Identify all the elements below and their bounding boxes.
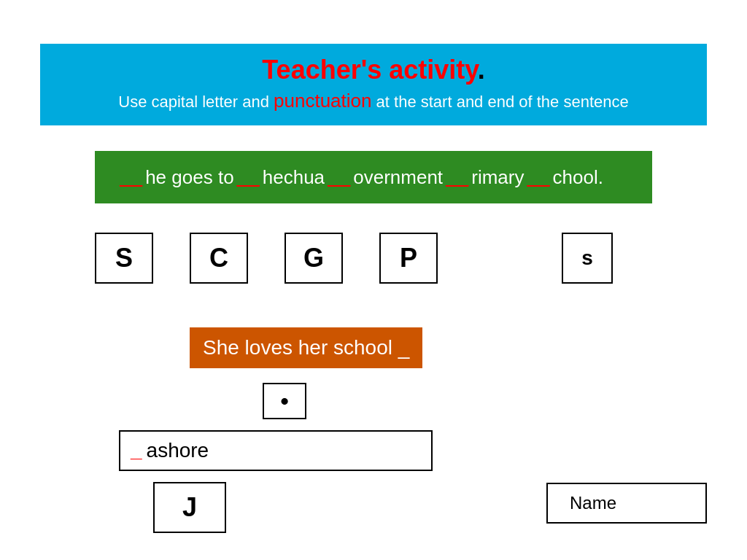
- letter-C: C: [209, 243, 228, 273]
- orange-sentence-wrapper: She loves her school _: [95, 306, 747, 368]
- letter-P: P: [400, 243, 417, 273]
- subtitle-keyword: punctuation: [274, 90, 371, 112]
- letter-G: G: [303, 243, 324, 273]
- letter-box-G: G: [285, 233, 343, 284]
- subtitle-before: Use capital letter and: [118, 93, 274, 111]
- sentence-text-4: rimary: [471, 166, 524, 189]
- letter-s-small: s: [581, 246, 593, 270]
- name-box: Name: [546, 483, 707, 524]
- header-banner: Teacher's activity. Use capital letter a…: [40, 44, 707, 125]
- name-label: Name: [570, 493, 616, 513]
- header-title-text: Teacher's activity: [262, 55, 477, 85]
- blank-4: __: [446, 166, 468, 189]
- letter-S: S: [115, 243, 133, 273]
- blank-1: __: [120, 166, 142, 189]
- letter-boxes-row: S C G P s: [95, 233, 652, 284]
- orange-blank: _: [398, 336, 410, 359]
- letter-box-C: C: [190, 233, 248, 284]
- sentence-text-2: hechua: [263, 166, 325, 189]
- ashore-text: ashore: [147, 439, 209, 462]
- sentence-text-1: he goes to: [145, 166, 233, 189]
- orange-text: She loves her school: [203, 336, 398, 359]
- j-box: J: [153, 482, 226, 533]
- sentence-text-5: chool.: [553, 166, 603, 189]
- orange-sentence-text: She loves her school _: [203, 336, 409, 359]
- sentence-text-3: overnment: [353, 166, 443, 189]
- letter-box-s-small: s: [562, 233, 613, 284]
- ashore-box-wrapper: _ ashore: [119, 430, 747, 471]
- ashore-blank: _: [131, 439, 142, 462]
- blank-3: __: [328, 166, 350, 189]
- dot-symbol: •: [280, 388, 288, 415]
- dot-box-wrapper: •: [263, 383, 747, 419]
- ashore-box: _ ashore: [119, 430, 433, 471]
- blank-5: __: [527, 166, 549, 189]
- dot-box: •: [263, 383, 306, 419]
- letter-box-P: P: [379, 233, 438, 284]
- header-title-period: .: [478, 55, 485, 85]
- header-subtitle: Use capital letter and punctuation at th…: [55, 90, 692, 112]
- letter-box-S: S: [95, 233, 153, 284]
- header-title: Teacher's activity.: [55, 55, 692, 85]
- blank-2: __: [237, 166, 260, 189]
- sentence-bar: __ he goes to __ hechua __ overnment __ …: [95, 151, 652, 203]
- orange-sentence-box: She loves her school _: [190, 327, 422, 368]
- subtitle-after: at the start and end of the sentence: [371, 93, 628, 111]
- letter-J: J: [182, 492, 197, 523]
